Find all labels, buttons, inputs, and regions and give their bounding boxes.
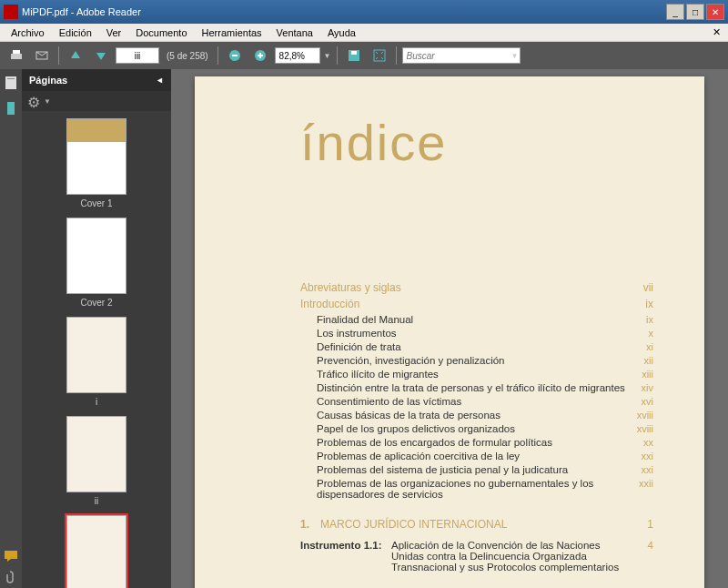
thumb-image[interactable] — [66, 317, 126, 393]
toc-item-title: Problemas de aplicación coercitiva de la… — [300, 451, 626, 461]
svg-rect-1 — [13, 50, 20, 54]
print-button[interactable] — [5, 45, 27, 66]
separator — [217, 46, 218, 65]
toolbar: (5 de 258) ▼ ▼ — [0, 42, 728, 69]
toc-item-title: Problemas de las organizaciones no guber… — [300, 478, 626, 500]
toc-item-title: Tráfico ilícito de migrantes — [300, 369, 626, 380]
chapter-title: MARCO JURÍDICO INTERNACIONAL — [320, 518, 626, 531]
toc-page: vii — [643, 281, 653, 294]
document-area[interactable]: índice Abreviaturas y siglas vii Introdu… — [171, 69, 728, 588]
toc-item-page: xii — [626, 355, 653, 366]
svg-rect-12 — [7, 78, 15, 79]
zoom-in-button[interactable] — [249, 45, 271, 66]
svg-rect-13 — [7, 102, 15, 115]
menubar: Archivo Edición Ver Documento Herramient… — [0, 24, 728, 42]
attachment-icon[interactable] — [4, 570, 18, 584]
page: índice Abreviaturas y siglas vii Introdu… — [195, 76, 704, 588]
toc-item-title: Definición de trata — [300, 341, 626, 352]
toc-chapter: 1. MARCO JURÍDICO INTERNACIONAL 1 — [300, 518, 653, 531]
toc-item-page: xxi — [626, 464, 653, 475]
toc-item-title: Problemas del sistema de justicia penal … — [300, 464, 626, 475]
menu-ver[interactable]: Ver — [99, 25, 129, 40]
gear-icon[interactable]: ⚙ — [27, 94, 42, 108]
toc-item-page: x — [626, 328, 653, 339]
menubar-close-icon[interactable]: ✕ — [709, 26, 724, 38]
thumb-label: Cover 1 — [80, 198, 112, 208]
panel-toolbar: ⚙ ▼ — [22, 91, 171, 111]
svg-rect-9 — [351, 51, 357, 55]
toc-line: Problemas del sistema de justicia penal … — [300, 464, 653, 475]
minimize-button[interactable]: _ — [666, 4, 684, 20]
toc-item-page: xviii — [626, 423, 653, 434]
svg-rect-7 — [259, 53, 261, 58]
toc-line: Los instrumentosx — [300, 328, 653, 339]
toc-line: Finalidad del Manualix — [300, 314, 653, 325]
thumb-image[interactable] — [66, 218, 126, 294]
thumb-image[interactable] — [66, 515, 126, 588]
page-total-label: (5 de 258) — [163, 51, 212, 61]
thumb-page-iii[interactable]: iii — [22, 515, 171, 588]
titlebar: MiPDF.pdf - Adobe Reader _ □ ✕ — [0, 0, 728, 24]
toc-line: Definición de trataxi — [300, 341, 653, 352]
toc-line: Problemas de los encargados de formular … — [300, 437, 653, 448]
zoom-dropdown-icon[interactable]: ▼ — [324, 52, 331, 60]
gear-dropdown-icon[interactable]: ▼ — [44, 97, 51, 106]
search-dropdown-icon[interactable]: ▼ — [511, 52, 519, 60]
zoom-input[interactable] — [275, 47, 320, 64]
toc-line: Consentimiento de las víctimasxvi — [300, 396, 653, 407]
zoom-out-button[interactable] — [224, 45, 246, 66]
side-tabs — [0, 69, 22, 588]
thumb-page-ii[interactable]: ii — [22, 416, 171, 506]
svg-rect-10 — [374, 50, 385, 61]
toc-item-page: xiii — [626, 369, 653, 380]
side-bottom-icons — [4, 550, 18, 584]
svg-rect-4 — [232, 55, 238, 56]
thumb-label: i — [96, 397, 97, 407]
page-number-input[interactable] — [116, 47, 159, 64]
toc-item-page: ix — [626, 314, 653, 325]
maximize-button[interactable]: □ — [686, 4, 704, 20]
thumb-page-i[interactable]: i — [22, 317, 171, 407]
panel-collapse-icon[interactable]: ◄ — [156, 76, 164, 85]
panel-title: Páginas — [29, 75, 67, 86]
toc-item-title: Distinción entre la trata de personas y … — [300, 382, 626, 393]
fit-button[interactable] — [369, 45, 390, 66]
save-button[interactable] — [343, 45, 365, 66]
toc-item-title: Causas básicas de la trata de personas — [300, 410, 626, 421]
menu-ayuda[interactable]: Ayuda — [320, 25, 363, 40]
menu-edicion[interactable]: Edición — [52, 25, 99, 40]
pages-tab-icon[interactable] — [3, 75, 19, 91]
search-input[interactable] — [402, 47, 521, 64]
app-icon — [4, 5, 18, 19]
toc-section: Abreviaturas y siglas vii — [300, 281, 653, 294]
thumb-image[interactable] — [66, 416, 126, 492]
thumb-cover-2[interactable]: Cover 2 — [22, 218, 171, 308]
menu-archivo[interactable]: Archivo — [4, 25, 52, 40]
menu-documento[interactable]: Documento — [128, 25, 194, 40]
toc-line: Causas básicas de la trata de personasxv… — [300, 410, 653, 421]
thumb-cover-1[interactable]: Cover 1 — [22, 118, 171, 208]
main-area: Páginas ◄ ⚙ ▼ Cover 1 Cover 2 i — [0, 69, 728, 588]
toc-line: Problemas de aplicación coercitiva de la… — [300, 451, 653, 461]
separator — [396, 46, 397, 65]
close-button[interactable]: ✕ — [706, 4, 724, 20]
thumb-image[interactable] — [66, 118, 126, 195]
thumbnails[interactable]: Cover 1 Cover 2 i ii iii — [22, 111, 171, 588]
menu-herramientas[interactable]: Herramientas — [195, 25, 269, 40]
chapter-num: 1. — [300, 518, 320, 531]
email-button[interactable] — [31, 45, 53, 66]
menu-ventana[interactable]: Ventana — [269, 25, 320, 40]
thumb-label: Cover 2 — [80, 298, 112, 308]
toc-title: Abreviaturas y siglas — [300, 281, 401, 294]
toc-item-page: xiv — [626, 382, 653, 393]
window-buttons: _ □ ✕ — [666, 4, 724, 20]
page-down-button[interactable] — [90, 45, 112, 66]
comment-icon[interactable] — [4, 550, 18, 564]
toc-item-title: Problemas de los encargados de formular … — [300, 437, 626, 448]
separator — [58, 46, 59, 65]
toc-item-title: Consentimiento de las víctimas — [300, 396, 626, 407]
bookmarks-tab-icon[interactable] — [3, 100, 19, 117]
toc-item-title: Papel de los grupos delictivos organizad… — [300, 423, 626, 434]
panel-header: Páginas ◄ — [22, 69, 171, 91]
page-up-button[interactable] — [65, 45, 86, 66]
